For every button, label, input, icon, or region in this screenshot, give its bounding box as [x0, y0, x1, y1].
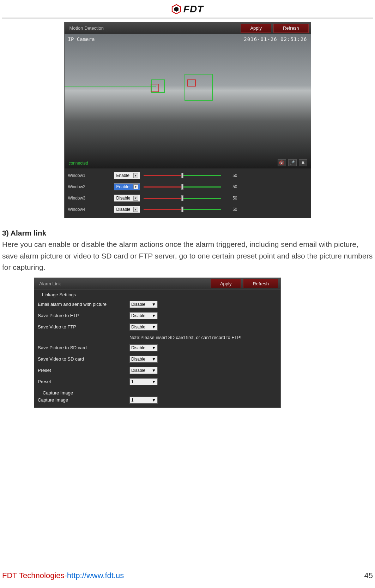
window1-slider[interactable] [144, 174, 221, 177]
chevron-down-icon: ▼ [152, 345, 156, 350]
row-preset-num: Preset 1▼ [34, 376, 280, 387]
detection-zone-2[interactable] [185, 74, 213, 101]
save-pic-sd-select[interactable]: Disable▼ [129, 344, 158, 351]
window4-label: Window4 [68, 207, 110, 212]
page-number: 45 [364, 571, 373, 580]
capture-image-select[interactable]: 1▼ [129, 397, 158, 404]
row-save-vid-ftp: Save Video to FTP Disable▼ [34, 321, 280, 333]
brand-logo: FDT [171, 4, 204, 15]
email-alarm-label: Email alarm and send with picture [38, 302, 129, 307]
window1-value: 50 [225, 173, 237, 178]
window3-slider[interactable] [144, 197, 221, 199]
camera-status: connected [69, 161, 88, 166]
apply-button[interactable]: Apply [241, 24, 271, 33]
row-save-pic-sd: Save Picture to SD card Disable▼ [34, 342, 280, 354]
chevron-down-icon: ▼ [152, 313, 156, 318]
page-footer: FDT Technologies-http://www.fdt.us 45 [2, 571, 373, 580]
alarm-title: Alarm Link [34, 281, 211, 286]
apply-button[interactable]: Apply [211, 279, 241, 288]
chevron-down-icon: ▼ [152, 357, 156, 362]
window-row-1: Window1 Enable▼ 50 [68, 170, 307, 181]
window-row-4: Window4 Disable▼ 50 [68, 204, 307, 215]
window3-label: Window3 [68, 196, 110, 201]
motion-marker-1 [151, 84, 159, 92]
alarm-link-panel: Alarm Link Apply Refresh Linkage Setting… [34, 278, 281, 408]
alarm-titlebar: Alarm Link Apply Refresh [34, 278, 280, 290]
preset-num-label: Preset [38, 379, 129, 384]
sd-card-note: Note:Please insert SD card first, or can… [34, 333, 280, 342]
window-settings: Window1 Enable▼ 50 Window2 Enable▼ 50 Wi… [65, 168, 311, 218]
chevron-down-icon: ▼ [133, 184, 138, 189]
row-capture-image: Capture Image 1▼ [34, 396, 280, 408]
section-paragraph: Here you can enable or disable the alarm… [2, 239, 373, 273]
preset-mode-select[interactable]: Disable▼ [129, 367, 158, 374]
chevron-down-icon: ▼ [152, 379, 156, 384]
window1-label: Window1 [68, 173, 110, 178]
window2-label: Window2 [68, 184, 110, 189]
tools-icon[interactable]: ✖ [299, 159, 307, 166]
svg-marker-1 [174, 7, 179, 12]
row-save-pic-ftp: Save Picture to FTP Disable▼ [34, 310, 280, 321]
window4-mode-select[interactable]: Disable▼ [114, 206, 140, 213]
capture-image-label: Capture Image [38, 397, 129, 403]
chevron-down-icon: ▼ [133, 207, 138, 212]
window4-slider[interactable] [144, 208, 221, 210]
preset-mode-label: Preset [38, 368, 129, 373]
mic-off-icon[interactable]: 🎤 [288, 159, 297, 166]
chevron-down-icon: ▼ [133, 173, 138, 178]
save-vid-sd-label: Save Video to SD card [38, 356, 129, 362]
window3-value: 50 [225, 196, 237, 201]
chevron-down-icon: ▼ [152, 368, 156, 373]
row-save-vid-sd: Save Video to SD card Disable▼ [34, 354, 280, 365]
motion-title: Motion Detection [65, 25, 241, 31]
window1-mode-select[interactable]: Enable▼ [114, 172, 140, 179]
row-preset-mode: Preset Disable▼ [34, 365, 280, 376]
section-heading: 3) Alarm link [2, 229, 373, 237]
page-header: FDT [2, 0, 373, 18]
window-row-3: Window3 Disable▼ 50 [68, 192, 307, 204]
fdt-logo-icon [171, 4, 181, 14]
window-row-2: Window2 Enable▼ 50 [68, 181, 307, 192]
window2-value: 50 [225, 184, 237, 189]
camera-preview: IP Camera 2016-01-26 02:51:26 connected … [65, 34, 311, 168]
save-vid-ftp-label: Save Video to FTP [38, 324, 129, 329]
save-pic-sd-label: Save Picture to SD card [38, 345, 129, 350]
save-pic-ftp-select[interactable]: Disable▼ [129, 312, 158, 319]
email-alarm-select[interactable]: Disable▼ [129, 301, 158, 308]
detection-line [65, 87, 156, 87]
window2-slider[interactable] [144, 186, 221, 188]
linkage-settings-label: Linkage Settings [34, 290, 280, 299]
row-email-alarm: Email alarm and send with picture Disabl… [34, 299, 280, 310]
capture-image-heading: Capture Image [34, 387, 280, 396]
chevron-down-icon: ▼ [133, 196, 138, 201]
save-pic-ftp-label: Save Picture to FTP [38, 313, 129, 318]
brand-name: FDT [183, 4, 204, 15]
motion-detection-panel: Motion Detection Apply Refresh IP Camera… [64, 22, 311, 218]
motion-titlebar: Motion Detection Apply Refresh [65, 22, 311, 34]
chevron-down-icon: ▼ [152, 398, 156, 403]
window3-mode-select[interactable]: Disable▼ [114, 195, 140, 202]
camera-label: IP Camera [68, 36, 95, 42]
chevron-down-icon: ▼ [152, 302, 156, 307]
footer-url[interactable]: http://www.fdt.us [67, 571, 124, 580]
refresh-button[interactable]: Refresh [273, 24, 309, 33]
chevron-down-icon: ▼ [152, 325, 156, 329]
refresh-button[interactable]: Refresh [243, 279, 278, 288]
window2-mode-select[interactable]: Enable▼ [114, 183, 140, 190]
mute-icon[interactable]: 🔇 [278, 159, 286, 166]
footer-company: FDT Technologies-http://www.fdt.us [2, 571, 124, 580]
save-vid-ftp-select[interactable]: Disable▼ [129, 323, 158, 331]
camera-timestamp: 2016-01-26 02:51:26 [244, 36, 307, 42]
preset-num-select[interactable]: 1▼ [129, 378, 158, 385]
camera-icon-bar: 🔇 🎤 ✖ [278, 159, 307, 166]
motion-marker-2 [187, 79, 196, 87]
save-vid-sd-select[interactable]: Disable▼ [129, 356, 158, 363]
window4-value: 50 [225, 207, 237, 212]
